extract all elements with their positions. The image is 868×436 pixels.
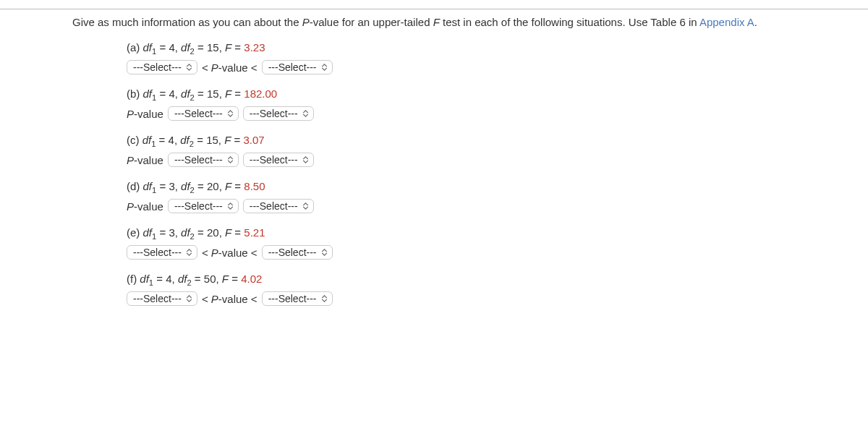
part-a: (a) df1 = 4, df2 = 15, F = 3.23 ---Selec… [0, 41, 868, 74]
part-e-upper-select[interactable]: ---Select--- [262, 245, 333, 260]
part-f-f-value: 4.02 [241, 273, 262, 285]
part-e: (e) df1 = 3, df2 = 20, F = 5.21 ---Selec… [0, 226, 868, 260]
part-c-select-1[interactable]: ---Select--- [168, 153, 239, 167]
lt-pvalue-lt: < P-value < [202, 247, 258, 259]
part-f-label: (f) [127, 273, 137, 285]
pvalue-prefix: P-value [127, 108, 163, 120]
select-placeholder: ---Select--- [133, 61, 182, 73]
part-d-prompt: (d) df1 = 3, df2 = 20, F = 8.50 [127, 180, 854, 195]
part-d-select-1[interactable]: ---Select--- [168, 199, 239, 213]
intro-text-1: Give as much information as you can abou… [72, 16, 302, 28]
chevron-updown-icon [227, 156, 234, 163]
select-placeholder: ---Select--- [133, 247, 182, 258]
chevron-updown-icon [302, 202, 309, 210]
select-placeholder: ---Select--- [250, 200, 298, 212]
pvalue-prefix: P-value [127, 154, 163, 166]
intro-text-3: test in each of the following situations… [440, 16, 699, 28]
part-f-answer: ---Select--- < P-value < ---Select--- [127, 291, 854, 306]
chevron-updown-icon [227, 202, 234, 210]
part-a-prompt: (a) df1 = 4, df2 = 15, F = 3.23 [127, 41, 854, 56]
part-b-answer: P-value ---Select--- ---Select--- [127, 106, 854, 121]
part-e-label: (e) [127, 226, 140, 239]
chevron-updown-icon [302, 110, 309, 117]
part-c-prompt: (c) df1 = 4, df2 = 15, F = 3.07 [127, 134, 854, 148]
question-intro: Give as much information as you can abou… [0, 14, 868, 34]
part-e-f-value: 5.21 [244, 226, 265, 239]
chevron-updown-icon [227, 110, 234, 117]
part-a-upper-select[interactable]: ---Select--- [262, 60, 333, 74]
chevron-updown-icon [321, 249, 328, 256]
part-e-lower-select[interactable]: ---Select--- [127, 245, 197, 260]
part-d-f-value: 8.50 [244, 180, 265, 192]
part-b: (b) df1 = 4, df2 = 15, F = 182.00 P-valu… [0, 87, 868, 121]
chevron-updown-icon [321, 295, 328, 302]
part-a-lower-select[interactable]: ---Select--- [127, 60, 197, 74]
part-c-label: (c) [127, 134, 140, 146]
part-b-select-1[interactable]: ---Select--- [168, 106, 239, 121]
part-f-upper-select[interactable]: ---Select--- [262, 291, 333, 306]
intro-pvalue-letter: P [302, 16, 310, 28]
divider-top [0, 9, 868, 9]
select-placeholder: ---Select--- [174, 154, 223, 166]
chevron-updown-icon [186, 64, 192, 71]
chevron-updown-icon [321, 64, 328, 71]
part-b-label: (b) [127, 87, 140, 100]
select-placeholder: ---Select--- [174, 108, 223, 119]
lt-pvalue-lt: < P-value < [202, 61, 258, 74]
part-a-f-value: 3.23 [244, 41, 265, 54]
select-placeholder: ---Select--- [268, 247, 317, 258]
intro-text-4: . [754, 16, 757, 28]
appendix-link[interactable]: Appendix A [699, 16, 754, 28]
chevron-updown-icon [302, 156, 309, 163]
part-c-answer: P-value ---Select--- ---Select--- [127, 153, 854, 167]
part-b-select-2[interactable]: ---Select--- [243, 106, 314, 121]
pvalue-prefix: P-value [127, 200, 163, 213]
part-f-lower-select[interactable]: ---Select--- [127, 291, 197, 306]
part-d-answer: P-value ---Select--- ---Select--- [127, 199, 854, 213]
select-placeholder: ---Select--- [268, 293, 317, 304]
select-placeholder: ---Select--- [250, 154, 298, 166]
part-b-f-value: 182.00 [244, 87, 277, 100]
lt-pvalue-lt: < P-value < [202, 293, 258, 305]
part-c-select-2[interactable]: ---Select--- [243, 153, 314, 167]
part-a-label: (a) [127, 41, 140, 54]
part-f-prompt: (f) df1 = 4, df2 = 50, F = 4.02 [127, 273, 854, 287]
part-a-answer: ---Select--- < P-value < ---Select--- [127, 60, 854, 74]
intro-text-2: -value for an upper-tailed [310, 16, 433, 28]
part-e-prompt: (e) df1 = 3, df2 = 20, F = 5.21 [127, 226, 854, 241]
part-d: (d) df1 = 3, df2 = 20, F = 8.50 P-value … [0, 180, 868, 213]
part-c: (c) df1 = 4, df2 = 15, F = 3.07 P-value … [0, 134, 868, 167]
intro-f-letter: F [433, 16, 440, 28]
chevron-updown-icon [186, 249, 192, 256]
part-c-f-value: 3.07 [243, 134, 264, 146]
part-e-answer: ---Select--- < P-value < ---Select--- [127, 245, 854, 260]
chevron-updown-icon [186, 295, 192, 302]
select-placeholder: ---Select--- [268, 61, 317, 73]
part-d-label: (d) [127, 180, 140, 192]
select-placeholder: ---Select--- [174, 200, 223, 212]
part-b-prompt: (b) df1 = 4, df2 = 15, F = 182.00 [127, 87, 854, 102]
select-placeholder: ---Select--- [133, 293, 182, 304]
select-placeholder: ---Select--- [250, 108, 298, 119]
part-d-select-2[interactable]: ---Select--- [243, 199, 314, 213]
part-f: (f) df1 = 4, df2 = 50, F = 4.02 ---Selec… [0, 273, 868, 306]
